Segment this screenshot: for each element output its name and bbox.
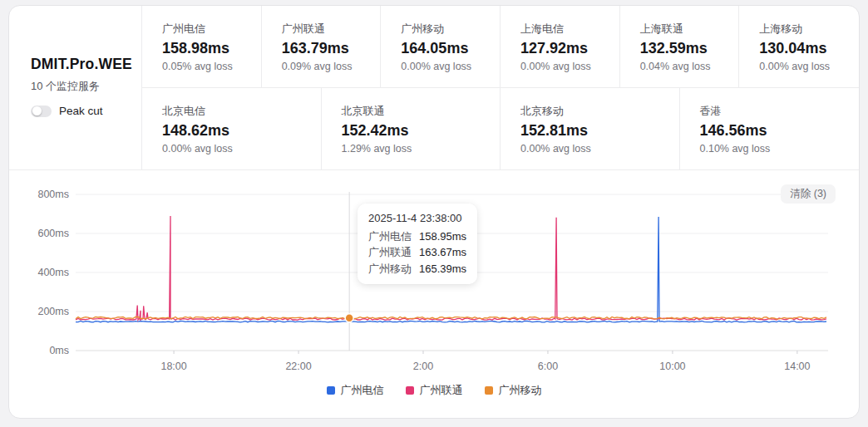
metric-card[interactable]: 广州电信158.98ms0.05% avg loss — [142, 6, 262, 87]
legend-color-marker — [327, 386, 335, 395]
metrics-row-2: 北京电信148.62ms0.00% avg loss北京联通152.42ms1.… — [142, 88, 859, 169]
metric-latency-value: 152.42ms — [342, 122, 501, 140]
metric-node-name: 北京移动 — [520, 104, 679, 119]
metric-avg-loss: 0.00% avg loss — [520, 143, 679, 155]
metric-avg-loss: 0.00% avg loss — [520, 61, 619, 72]
metric-avg-loss: 0.05% avg loss — [162, 61, 261, 72]
metric-card[interactable]: 北京移动152.81ms0.00% avg loss — [501, 88, 680, 169]
legend-label: 广州电信 — [341, 383, 384, 398]
x-axis-label: 22:00 — [285, 361, 311, 372]
peak-cut-label: Peak cut — [59, 105, 103, 117]
series-line — [76, 217, 826, 322]
metric-card[interactable]: 上海移动130.04ms0.00% avg loss — [739, 6, 859, 87]
y-axis-label: 400ms — [37, 267, 69, 278]
peak-cut-row: Peak cut — [31, 105, 133, 117]
metric-card[interactable]: 香港146.56ms0.10% avg loss — [680, 88, 860, 169]
metrics-row-1: 广州电信158.98ms0.05% avg loss广州联通163.79ms0.… — [142, 6, 859, 88]
y-axis-label: 600ms — [37, 228, 69, 239]
metric-node-name: 广州移动 — [401, 22, 500, 37]
metric-node-name: 北京联通 — [342, 104, 501, 119]
metric-latency-value: 132.59ms — [640, 40, 739, 57]
x-axis-label: 2:00 — [413, 361, 433, 372]
legend-label: 广州移动 — [499, 383, 542, 398]
hover-marker-dot — [345, 314, 353, 322]
metric-avg-loss: 0.00% avg loss — [162, 143, 321, 155]
clear-button[interactable]: 清除 (3) — [781, 184, 836, 204]
y-axis-label: 0ms — [49, 345, 69, 356]
x-axis-label: 6:00 — [538, 361, 558, 372]
metric-card[interactable]: 广州移动164.05ms0.00% avg loss — [381, 6, 501, 87]
monitor-count-label: 10 个监控服务 — [31, 79, 133, 94]
legend-color-marker — [485, 386, 493, 395]
metric-node-name: 广州联通 — [282, 22, 381, 37]
metric-avg-loss: 0.10% avg loss — [700, 143, 860, 155]
legend-item[interactable]: 广州电信 — [327, 383, 384, 398]
legend-label: 广州联通 — [420, 383, 463, 398]
metric-node-name: 广州电信 — [162, 22, 261, 37]
toggle-knob — [32, 106, 42, 115]
metric-latency-value: 164.05ms — [401, 40, 500, 57]
y-axis-label: 800ms — [37, 189, 69, 200]
metric-latency-value: 146.56ms — [700, 122, 860, 140]
x-axis-label: 18:00 — [160, 361, 186, 372]
service-title: DMIT.Pro.WEE — [31, 56, 133, 73]
metric-card[interactable]: 北京联通152.42ms1.29% avg loss — [322, 88, 501, 169]
metric-card[interactable]: 上海电信127.92ms0.00% avg loss — [501, 6, 620, 87]
y-axis-label: 200ms — [37, 306, 69, 317]
metric-latency-value: 127.92ms — [520, 40, 619, 57]
metric-node-name: 上海电信 — [520, 22, 619, 37]
latency-chart[interactable]: 0ms200ms400ms600ms800ms18:0022:002:006:0… — [9, 170, 859, 417]
metric-card[interactable]: 北京电信148.62ms0.00% avg loss — [142, 88, 322, 169]
metric-node-name: 香港 — [700, 104, 860, 119]
chart-legend: 广州电信广州联通广州移动 — [9, 383, 859, 398]
metric-avg-loss: 0.09% avg loss — [282, 61, 381, 72]
metric-node-name: 上海移动 — [759, 22, 859, 37]
x-axis-label: 14:00 — [784, 361, 810, 372]
series-line — [76, 216, 826, 320]
metric-latency-value: 158.98ms — [162, 40, 261, 57]
metric-latency-value: 152.81ms — [520, 122, 679, 140]
metric-card[interactable]: 广州联通163.79ms0.09% avg loss — [262, 6, 382, 87]
metric-latency-value: 163.79ms — [282, 40, 381, 57]
legend-item[interactable]: 广州移动 — [485, 383, 542, 398]
peak-cut-toggle[interactable] — [31, 106, 52, 117]
summary-section: DMIT.Pro.WEE 10 个监控服务 Peak cut 广州电信158.9… — [9, 6, 859, 170]
legend-item[interactable]: 广州联通 — [406, 383, 463, 398]
service-info-panel: DMIT.Pro.WEE 10 个监控服务 Peak cut — [9, 6, 142, 169]
latency-chart-section: 0ms200ms400ms600ms800ms18:0022:002:006:0… — [9, 170, 859, 417]
x-axis-label: 10:00 — [659, 361, 685, 372]
metric-avg-loss: 0.00% avg loss — [759, 61, 859, 72]
metric-node-name: 北京电信 — [162, 104, 321, 119]
monitor-panel: DMIT.Pro.WEE 10 个监控服务 Peak cut 广州电信158.9… — [8, 5, 860, 419]
metric-latency-value: 148.62ms — [162, 122, 321, 140]
metric-latency-value: 130.04ms — [759, 40, 859, 57]
metric-avg-loss: 0.04% avg loss — [640, 61, 739, 72]
legend-color-marker — [406, 386, 414, 395]
metric-avg-loss: 0.00% avg loss — [401, 61, 500, 72]
metric-avg-loss: 1.29% avg loss — [342, 143, 501, 155]
metric-node-name: 上海联通 — [640, 22, 739, 37]
metric-card[interactable]: 上海联通132.59ms0.04% avg loss — [620, 6, 740, 87]
metrics-grid: 广州电信158.98ms0.05% avg loss广州联通163.79ms0.… — [142, 6, 859, 169]
